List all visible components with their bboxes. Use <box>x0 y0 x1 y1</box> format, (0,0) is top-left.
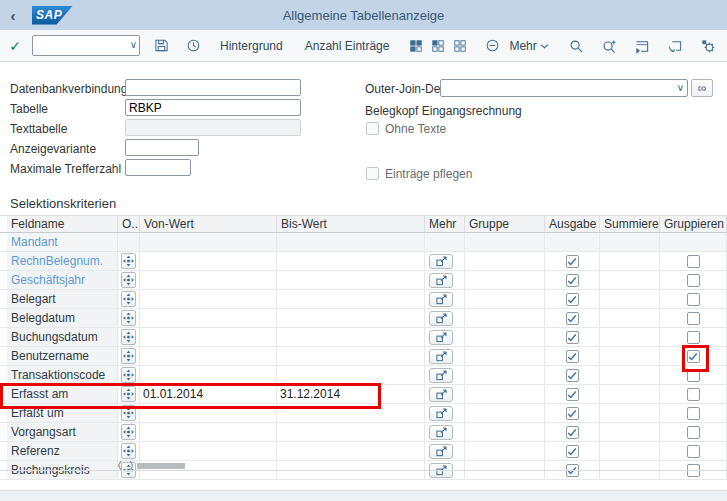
more-selection-button[interactable] <box>429 311 453 326</box>
bis-wert-cell[interactable] <box>277 309 425 327</box>
save-icon[interactable] <box>150 35 172 57</box>
ausgabe-checkbox[interactable] <box>566 388 579 401</box>
ausgabe-checkbox[interactable] <box>566 350 579 363</box>
von-wert-cell[interactable] <box>140 328 277 346</box>
bis-wert-cell[interactable] <box>277 252 425 270</box>
column-header[interactable]: Gruppe <box>465 216 545 232</box>
column-header[interactable]: Summieren <box>600 216 660 232</box>
von-wert-cell[interactable] <box>140 366 277 384</box>
column-header[interactable]: Von-Wert <box>140 216 277 232</box>
ausgabe-checkbox[interactable] <box>566 274 579 287</box>
more-selection-button[interactable] <box>429 273 453 288</box>
bis-wert-cell[interactable] <box>277 290 425 308</box>
von-wert-cell[interactable] <box>140 347 277 365</box>
form-field-input[interactable] <box>125 159 191 176</box>
scroll-arrows[interactable]: ❬❭ <box>116 460 139 470</box>
column-header[interactable]: O.. <box>118 216 140 232</box>
more-selection-button[interactable] <box>429 292 453 307</box>
multiple-selection-button[interactable] <box>121 424 136 440</box>
ausgabe-checkbox[interactable] <box>566 445 579 458</box>
multiple-selection-button[interactable] <box>121 367 136 383</box>
more-selection-button[interactable] <box>429 406 453 421</box>
multiple-selection-button[interactable] <box>121 291 136 307</box>
gruppieren-checkbox[interactable] <box>687 293 700 306</box>
collapse-icon[interactable] <box>481 35 503 57</box>
more-selection-button[interactable] <box>429 368 453 383</box>
horizontal-scrollbar[interactable]: ❬❭ <box>0 462 727 471</box>
search-icon[interactable] <box>565 35 587 57</box>
bis-wert-cell[interactable] <box>277 442 425 460</box>
multiple-selection-button[interactable] <box>121 443 136 459</box>
gruppieren-checkbox[interactable] <box>687 388 700 401</box>
gruppe-cell[interactable] <box>465 347 545 365</box>
multiple-selection-button[interactable] <box>121 348 136 364</box>
gruppieren-checkbox[interactable] <box>687 331 700 344</box>
search-next-icon[interactable] <box>598 35 620 57</box>
field-name-link[interactable]: Benutzername <box>7 347 118 365</box>
bis-wert-cell[interactable] <box>277 328 425 346</box>
gruppe-cell[interactable] <box>465 385 545 403</box>
gruppieren-checkbox[interactable] <box>687 426 700 439</box>
chain-link-icon[interactable]: ∞ <box>691 79 713 97</box>
field-name-link[interactable]: Belegart <box>7 290 118 308</box>
field-name-link[interactable]: RechnBelegnum. <box>7 252 118 270</box>
new-session-icon[interactable] <box>631 35 653 57</box>
von-wert-cell[interactable]: 01.01.2014 <box>140 385 277 403</box>
ausgabe-checkbox[interactable] <box>566 255 579 268</box>
select-block-icon[interactable] <box>427 35 449 57</box>
gruppieren-checkbox[interactable] <box>687 445 700 458</box>
ausgabe-checkbox[interactable] <box>566 407 579 420</box>
gruppieren-checkbox[interactable] <box>687 350 700 363</box>
gruppieren-checkbox[interactable] <box>687 255 700 268</box>
gruppe-cell[interactable] <box>465 328 545 346</box>
gruppieren-checkbox[interactable] <box>687 312 700 325</box>
gruppe-cell[interactable] <box>465 442 545 460</box>
field-name-link[interactable]: Referenz <box>7 442 118 460</box>
bis-wert-cell[interactable] <box>277 404 425 422</box>
multiple-selection-button[interactable] <box>121 253 136 269</box>
bis-wert-cell[interactable] <box>277 423 425 441</box>
bis-wert-cell[interactable] <box>277 347 425 365</box>
column-header[interactable]: Gruppieren <box>660 216 727 232</box>
multiple-selection-button[interactable] <box>121 329 136 345</box>
gruppe-cell[interactable] <box>465 271 545 289</box>
field-name-link[interactable]: Mandant <box>7 233 118 251</box>
gruppe-cell[interactable] <box>465 233 545 251</box>
gruppe-cell[interactable] <box>465 366 545 384</box>
von-wert-cell[interactable] <box>140 442 277 460</box>
background-button[interactable]: Hintergrund <box>214 39 289 53</box>
gruppieren-checkbox[interactable] <box>687 274 700 287</box>
ausgabe-checkbox[interactable] <box>566 331 579 344</box>
more-selection-button[interactable] <box>429 349 453 364</box>
field-name-link[interactable]: Buchungsdatum <box>7 328 118 346</box>
bis-wert-cell[interactable] <box>277 271 425 289</box>
ohne-texte-checkbox[interactable] <box>366 122 379 135</box>
multiple-selection-button[interactable] <box>121 310 136 326</box>
more-selection-button[interactable] <box>429 254 453 269</box>
more-selection-button[interactable] <box>429 387 453 402</box>
gruppieren-checkbox[interactable] <box>687 369 700 382</box>
field-name-link[interactable]: Belegdatum <box>7 309 118 327</box>
field-name-link[interactable]: Geschäftsjahr <box>7 271 118 289</box>
column-header[interactable]: Ausgabe <box>545 216 600 232</box>
command-input[interactable] <box>32 35 140 56</box>
enter-check-button[interactable]: ✓ <box>3 38 27 54</box>
more-selection-button[interactable] <box>429 444 453 459</box>
form-field-input[interactable] <box>125 139 199 156</box>
gui-settings-icon[interactable] <box>697 35 719 57</box>
gruppieren-checkbox[interactable] <box>687 407 700 420</box>
bis-wert-cell[interactable] <box>277 233 425 251</box>
back-icon[interactable]: ‹ <box>0 7 26 24</box>
bis-wert-cell[interactable]: 31.12.2014 <box>277 385 425 403</box>
gruppe-cell[interactable] <box>465 252 545 270</box>
outer-join-combobox[interactable]: ∨ <box>440 79 688 97</box>
von-wert-cell[interactable] <box>140 404 277 422</box>
ausgabe-checkbox[interactable] <box>566 426 579 439</box>
von-wert-cell[interactable] <box>140 309 277 327</box>
entry-count-button[interactable]: Anzahl Einträge <box>299 39 396 53</box>
column-header[interactable]: Bis-Wert <box>277 216 425 232</box>
gruppe-cell[interactable] <box>465 423 545 441</box>
ausgabe-checkbox[interactable] <box>566 369 579 382</box>
more-selection-button[interactable] <box>429 425 453 440</box>
von-wert-cell[interactable] <box>140 271 277 289</box>
